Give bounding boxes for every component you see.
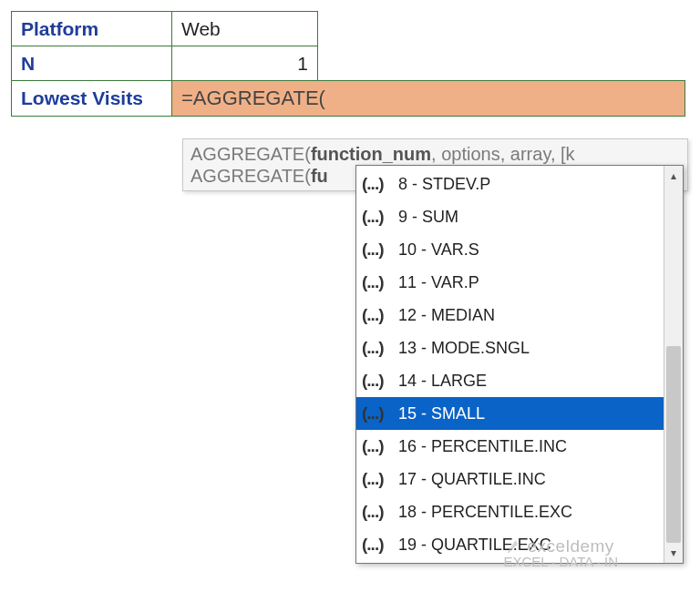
dropdown-item-label: 8 - STDEV.P [398, 175, 490, 194]
table-row: N 1 [12, 46, 685, 81]
constant-icon: (...) [362, 338, 398, 358]
dropdown-item[interactable]: (...)17 - QUARTILE.INC [356, 463, 664, 495]
dropdown-item[interactable]: (...)15 - SMALL [356, 397, 664, 430]
scroll-thumb[interactable] [666, 346, 681, 543]
table-row: Platform Web [12, 12, 685, 46]
watermark-logo-icon [508, 540, 524, 553]
row-label-lowest: Lowest Visits [12, 81, 172, 117]
constant-icon: (...) [362, 469, 398, 489]
constant-icon: (...) [362, 502, 398, 522]
dropdown-item-label: 10 - VAR.S [398, 240, 479, 260]
dropdown-item[interactable]: (...)8 - STDEV.P [356, 168, 664, 200]
tooltip-arg-current: fu [311, 166, 328, 186]
constant-icon: (...) [362, 371, 398, 391]
dropdown-item-label: 18 - PERCENTILE.EXC [398, 503, 572, 522]
dropdown-list: (...)8 - STDEV.P(...)9 - SUM(...)10 - VA… [356, 166, 664, 563]
scrollbar[interactable]: ▴ ▾ [664, 166, 683, 563]
constant-icon: (...) [362, 403, 398, 423]
row-label-n: N [12, 46, 172, 81]
constant-icon: (...) [362, 207, 398, 227]
tooltip-text: AGGREGATE( [190, 166, 311, 186]
dropdown-item-label: 13 - MODE.SNGL [398, 339, 530, 358]
dropdown-item[interactable]: (...)10 - VAR.S [356, 233, 664, 266]
tooltip-text: , options, array, [k [431, 144, 574, 164]
dropdown-item[interactable]: (...)11 - VAR.P [356, 266, 664, 299]
constant-icon: (...) [362, 436, 398, 456]
dropdown-item-label: 16 - PERCENTILE.INC [398, 437, 567, 456]
formula-input-cell[interactable]: =AGGREGATE( [172, 81, 685, 117]
dropdown-item[interactable]: (...)12 - MEDIAN [356, 299, 664, 332]
row-label-platform: Platform [12, 12, 172, 46]
constant-icon: (...) [362, 272, 398, 292]
dropdown-item-label: 14 - LARGE [398, 372, 487, 391]
watermark-tagline: EXCEL · DATA · IN [503, 555, 618, 569]
dropdown-item[interactable]: (...)14 - LARGE [356, 364, 664, 397]
watermark-brand: exceldemy [528, 536, 614, 556]
parameter-table: Platform Web N 1 Lowest Visits =AGGREGAT… [11, 11, 685, 117]
table-row: Lowest Visits =AGGREGATE( [12, 81, 685, 117]
dropdown-item[interactable]: (...)13 - MODE.SNGL [356, 332, 664, 364]
cell-n-value[interactable]: 1 [172, 46, 318, 81]
dropdown-item[interactable]: (...)18 - PERCENTILE.EXC [356, 495, 664, 528]
constant-icon: (...) [362, 174, 398, 194]
constant-icon: (...) [362, 240, 398, 260]
dropdown-item-label: 12 - MEDIAN [398, 306, 495, 325]
cell-platform-value[interactable]: Web [172, 12, 318, 46]
tooltip-arg-current: function_num [311, 144, 431, 164]
constant-icon: (...) [362, 305, 398, 325]
scroll-track[interactable] [664, 186, 683, 543]
dropdown-item[interactable]: (...)16 - PERCENTILE.INC [356, 430, 664, 463]
scroll-up-arrow[interactable]: ▴ [664, 166, 683, 186]
watermark: exceldemy EXCEL · DATA · IN [503, 539, 618, 569]
constant-icon: (...) [362, 535, 398, 555]
dropdown-item[interactable]: (...)9 - SUM [356, 200, 664, 233]
dropdown-item-label: 9 - SUM [398, 208, 458, 227]
dropdown-item-label: 17 - QUARTILE.INC [398, 470, 546, 489]
function-num-dropdown[interactable]: (...)8 - STDEV.P(...)9 - SUM(...)10 - VA… [355, 165, 684, 564]
tooltip-text: AGGREGATE( [190, 144, 311, 164]
scroll-down-arrow[interactable]: ▾ [664, 543, 683, 563]
dropdown-item-label: 11 - VAR.P [398, 273, 479, 292]
dropdown-item-label: 15 - SMALL [398, 404, 485, 423]
